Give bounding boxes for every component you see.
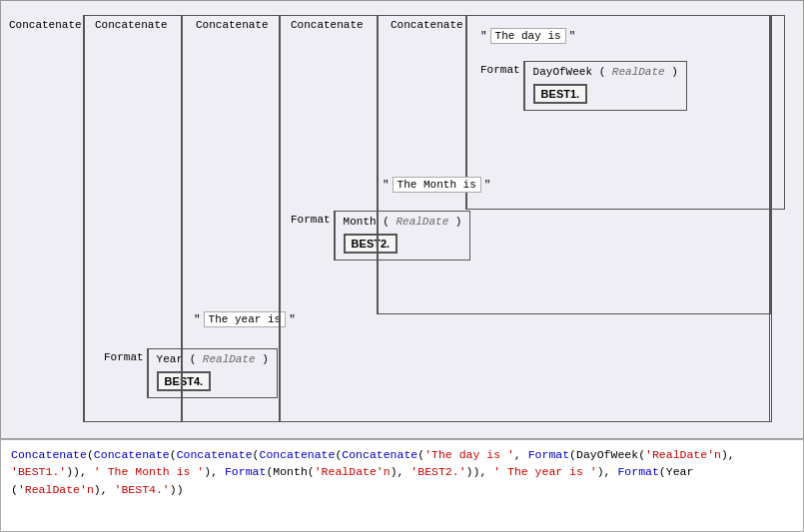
code-display: Concatenate(Concatenate(Concatenate(Conc…: [0, 439, 804, 532]
concat1-bracket: [83, 15, 772, 422]
code-line3: ('RealDate'n), 'BEST4.')): [11, 481, 793, 498]
code-line1: Concatenate(Concatenate(Concatenate(Conc…: [11, 446, 793, 463]
code-line2: 'BEST1.')), ' The Month is '), Format(Mo…: [11, 463, 793, 480]
diagram-area: Concatenate Concatenate Concatenate Conc…: [0, 0, 804, 439]
concat1-label: Concatenate: [9, 19, 82, 31]
